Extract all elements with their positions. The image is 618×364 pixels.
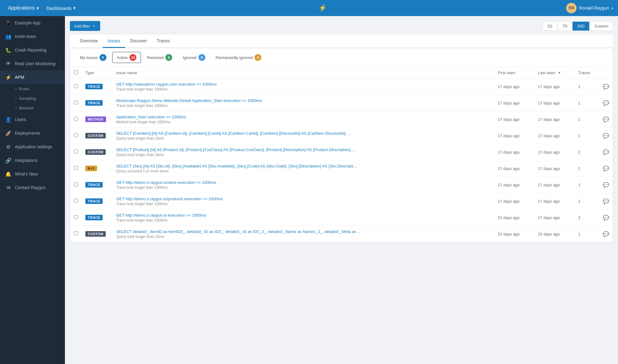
select-all-checkbox[interactable] [74,70,78,74]
row-last-seen: 17 days ago [534,160,574,177]
row-checkbox-4[interactable] [74,150,78,154]
add-filter-label: Add filter [74,24,90,28]
sidebar-item-apm[interactable]: ⚡ APM [0,70,65,84]
sidebar-sub-item-rules[interactable]: Rules [0,84,65,94]
issue-subtitle: Query occurred 5 or more times [116,169,490,173]
comment-icon[interactable]: 💬 [603,231,609,237]
row-first-seen: 17 days ago [494,160,534,177]
comment-icon[interactable]: 💬 [603,215,609,220]
row-issue-cell: SELECT [CartItem].[Id] AS [CartItem.Id],… [113,128,494,144]
issue-link[interactable]: GET http://salesdemo.raygun.com executio… [116,82,217,87]
status-tab-active[interactable]: Active 10 [112,52,141,63]
invite-team-icon: 👥 [5,33,12,40]
sidebar: 📱 Example App 👥 Invite team 🐛 Crash Repo… [0,16,65,364]
status-tab-label: Resolved [147,55,164,60]
user-menu-chevron-icon[interactable]: ▾ [612,6,613,10]
status-tab-my-issues[interactable]: My issues 0 [75,52,111,63]
tab-overview[interactable]: Overview [75,35,103,48]
row-type-cell: CUSTOM [82,144,113,160]
row-checkbox-9[interactable] [74,231,78,235]
row-checkbox-8[interactable] [74,215,78,219]
row-checkbox-1[interactable] [74,100,78,104]
row-issue-cell: Mindscape.Raygun.Demo.Website.Global.App… [113,95,494,111]
sidebar-sub-item-sampling[interactable]: Sampling [0,94,65,103]
comment-icon[interactable]: 💬 [603,133,609,138]
row-checkbox-6[interactable] [74,182,78,186]
tab-traces[interactable]: Traces [152,35,175,48]
row-checkbox-2[interactable] [74,117,78,121]
row-checkbox-3[interactable] [74,133,78,137]
sidebar-item-integrations[interactable]: 🔗 Integrations [0,154,65,167]
issue-link[interactable]: SELECT [Sku].[Id] AS [Sku.Id], [Sku].[Av… [116,164,357,168]
sidebar-item-deployments[interactable]: 🚀 Deployments [0,126,65,140]
issue-link[interactable]: Mindscape.Raygun.Demo.Website.Global.App… [116,98,262,103]
row-action-cell: 💬 [599,177,613,193]
tab-issues[interactable]: Issues [103,35,125,48]
row-checkbox-0[interactable] [74,84,78,88]
sidebar-item-example-app[interactable]: 📱 Example App [0,16,65,30]
status-tab-resolved[interactable]: Resolved 0 [142,52,177,63]
status-tab-label: Permanently ignored [216,55,253,60]
sidebar-item-label: Example App [15,20,40,25]
status-tab-permanently-ignored[interactable]: Permanently ignored 0 [211,52,266,63]
sidebar-sub-item-blacklist[interactable]: Blacklist [0,103,65,113]
issue-link[interactable]: GET http://demo.o.raygun.io execution >=… [116,213,206,218]
time-btn-30d[interactable]: 30D [573,22,589,31]
type-header: Type [82,67,113,78]
sidebar-item-app-settings[interactable]: ⚙ Application settings [0,140,65,154]
sidebar-item-label: Invite team [15,34,36,39]
row-checkbox-cell [70,128,82,144]
status-tab-ignored[interactable]: Ignored 0 [178,52,210,63]
user-name-label: Ronald Raygun [579,6,609,11]
comment-icon[interactable]: 💬 [603,117,609,122]
time-btn-custom[interactable]: Custom [590,22,613,31]
sidebar-item-label: APM [15,75,24,80]
row-checkbox-5[interactable] [74,166,78,170]
sidebar-item-rum[interactable]: 👁 Real User Monitoring [0,57,65,70]
issue-link[interactable]: SELECT [Product].[Id] AS [Product.Id], [… [116,147,355,152]
time-btn-7d[interactable]: 7D [558,22,572,31]
comment-icon[interactable]: 💬 [603,166,609,171]
main-content: Add filter ＋ 1D 7D 30D Custom Overview I… [65,16,618,364]
dashboards-menu-button[interactable]: Dashboards ▾ [43,3,79,13]
row-checkbox-7[interactable] [74,199,78,203]
row-issue-cell: GET http://salesdemo.raygun.com executio… [113,78,494,95]
issue-link[interactable]: Application_Start execution >= 1000ms [116,115,186,119]
row-last-seen: 17 days ago [534,210,574,226]
applications-menu-button[interactable]: Applications ▾ [5,3,42,13]
comment-icon[interactable]: 💬 [603,150,609,155]
sidebar-item-contact-raygun[interactable]: ✉ Contact Raygun [0,181,65,194]
row-first-seen: 17 days ago [494,111,534,128]
type-badge: CUSTOM [85,149,106,155]
comment-icon[interactable]: 💬 [603,199,609,204]
sidebar-item-invite-team[interactable]: 👥 Invite team [0,30,65,43]
row-last-seen: 17 days ago [534,193,574,210]
add-filter-button[interactable]: Add filter ＋ [70,21,100,31]
issue-link[interactable]: SELECT [CartItem].[Id] AS [CartItem.Id],… [116,131,351,136]
issue-link[interactable]: SELECT details0_.ItemID as ItemID3_, det… [116,229,360,234]
issue-subtitle: Query took longer than 10ms [116,153,490,157]
crash-reporting-icon: 🐛 [5,47,12,53]
top-navigation: Applications ▾ Dashboards ▾ ⚡ RR Ronald … [0,0,618,16]
sidebar-item-users[interactable]: 👤 Users [0,113,65,126]
status-tab-label: Ignored [183,55,196,60]
issue-link[interactable]: GET http://demo.o.raygun.io/products exe… [116,197,223,201]
comment-icon[interactable]: 💬 [603,84,609,89]
row-issue-cell: Application_Start execution >= 1000ms Me… [113,111,494,128]
table-row: TRACE GET http://demo.o.raygun.io execut… [70,210,613,226]
comment-icon[interactable]: 💬 [603,182,609,188]
issue-subtitle: Trace took longer than 1000ms [116,104,490,108]
tab-discover[interactable]: Discover [125,35,152,48]
issue-link[interactable]: GET http://demo.o.raygun.io/store execut… [116,180,216,185]
table-row: METHOD Application_Start execution >= 10… [70,111,613,128]
row-last-seen: 22 days ago [534,226,574,242]
comment-icon[interactable]: 💬 [603,100,609,106]
sidebar-item-crash-reporting[interactable]: 🐛 Crash Reporting [0,43,65,57]
row-checkbox-cell [70,160,82,177]
row-type-cell: TRACE [82,177,113,193]
sidebar-item-label: Crash Reporting [15,48,46,53]
status-tabs: My issues 0 Active 10 Resolved 0 Ignored… [70,48,613,67]
last-seen-header[interactable]: Last seen ▼ [534,67,574,78]
sidebar-item-whats-new[interactable]: 🔔 What's New [0,167,65,181]
time-btn-1d[interactable]: 1D [543,22,557,31]
